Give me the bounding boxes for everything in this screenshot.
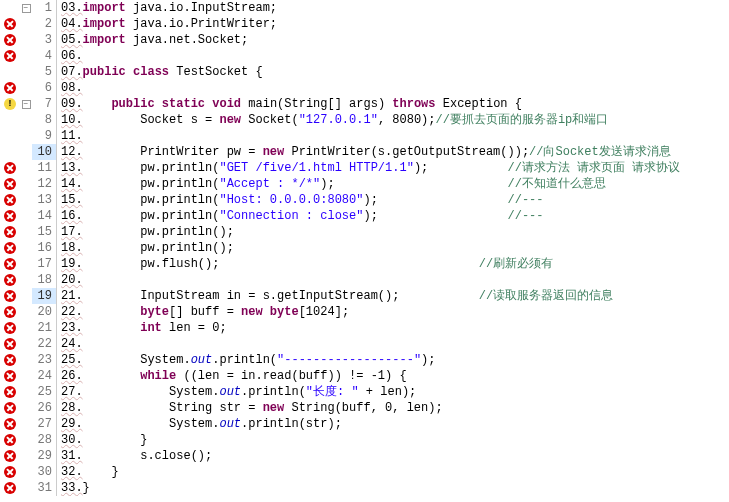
error-icon[interactable] <box>4 210 16 222</box>
code-line[interactable]: 06. <box>61 48 729 64</box>
code-line[interactable]: 21. InputStream in = s.getInputStream();… <box>61 288 729 304</box>
error-icon[interactable] <box>4 274 16 286</box>
line-number[interactable]: 18 <box>32 272 56 288</box>
line-number[interactable]: 26 <box>32 400 56 416</box>
error-icon[interactable] <box>4 466 16 478</box>
code-line[interactable]: 27. System.out.println("长度: " + len); <box>61 384 729 400</box>
error-icon[interactable] <box>4 482 16 494</box>
line-number[interactable]: 3 <box>32 32 56 48</box>
code-line[interactable]: 08. <box>61 80 729 96</box>
warning-icon[interactable]: ! <box>4 98 16 110</box>
code-line[interactable]: 23. int len = 0; <box>61 320 729 336</box>
code-line[interactable]: 11. <box>61 128 729 144</box>
error-icon[interactable] <box>4 338 16 350</box>
token-plain: + len); <box>359 385 417 399</box>
line-number[interactable]: 17 <box>32 256 56 272</box>
error-icon[interactable] <box>4 386 16 398</box>
code-line[interactable]: 13. pw.println("GET /five/1.html HTTP/1.… <box>61 160 729 176</box>
error-icon[interactable] <box>4 18 16 30</box>
line-number[interactable]: 25 <box>32 384 56 400</box>
marker-column <box>0 34 20 46</box>
error-icon[interactable] <box>4 162 16 174</box>
error-icon[interactable] <box>4 82 16 94</box>
error-icon[interactable] <box>4 290 16 302</box>
fold-toggle-icon[interactable]: − <box>22 100 31 109</box>
error-icon[interactable] <box>4 418 16 430</box>
error-icon[interactable] <box>4 50 16 62</box>
code-line[interactable]: 19. pw.flush(); //刷新必须有 <box>61 256 729 272</box>
code-area[interactable]: 03.import java.io.InputStream;04.import … <box>57 0 729 496</box>
code-line[interactable]: 25. System.out.println("----------------… <box>61 352 729 368</box>
line-number[interactable]: 7 <box>32 96 56 112</box>
line-number[interactable]: 9 <box>32 128 56 144</box>
code-line[interactable]: 03.import java.io.InputStream; <box>61 0 729 16</box>
error-icon[interactable] <box>4 370 16 382</box>
code-line[interactable]: 30. } <box>61 432 729 448</box>
line-number[interactable]: 14 <box>32 208 56 224</box>
line-number[interactable]: 8 <box>32 112 56 128</box>
code-line[interactable]: 09. public static void main(String[] arg… <box>61 96 729 112</box>
error-icon[interactable] <box>4 258 16 270</box>
code-line[interactable]: 33.} <box>61 480 729 496</box>
code-editor[interactable]: −123456!−7891011121314151617181920212223… <box>0 0 729 496</box>
line-number[interactable]: 29 <box>32 448 56 464</box>
line-number[interactable]: 30 <box>32 464 56 480</box>
line-number[interactable]: 2 <box>32 16 56 32</box>
line-number[interactable]: 24 <box>32 368 56 384</box>
line-number[interactable]: 27 <box>32 416 56 432</box>
error-icon[interactable] <box>4 178 16 190</box>
line-prefix: 33. <box>61 481 83 495</box>
error-icon[interactable] <box>4 34 16 46</box>
code-line[interactable]: 22. byte[] buff = new byte[1024]; <box>61 304 729 320</box>
code-line[interactable]: 24. <box>61 336 729 352</box>
line-number[interactable]: 28 <box>32 432 56 448</box>
code-line[interactable]: 17. pw.println(); <box>61 224 729 240</box>
code-line[interactable]: 31. s.close(); <box>61 448 729 464</box>
line-number[interactable]: 15 <box>32 224 56 240</box>
token-string: "Host: 0.0.0.0:8080" <box>219 193 363 207</box>
line-number[interactable]: 11 <box>32 160 56 176</box>
error-icon[interactable] <box>4 226 16 238</box>
token-plain <box>83 369 141 383</box>
code-line[interactable]: 16. pw.println("Connection : close"); //… <box>61 208 729 224</box>
line-number[interactable]: 1 <box>32 0 56 16</box>
code-line[interactable]: 18. pw.println(); <box>61 240 729 256</box>
error-icon[interactable] <box>4 242 16 254</box>
code-line[interactable]: 05.import java.net.Socket; <box>61 32 729 48</box>
line-number[interactable]: 10 <box>32 144 56 160</box>
code-line[interactable]: 04.import java.io.PrintWriter; <box>61 16 729 32</box>
error-icon[interactable] <box>4 322 16 334</box>
code-line[interactable]: 28. String str = new String(buff, 0, len… <box>61 400 729 416</box>
line-number[interactable]: 13 <box>32 192 56 208</box>
line-number[interactable]: 21 <box>32 320 56 336</box>
code-line[interactable]: 10. Socket s = new Socket("127.0.0.1", 8… <box>61 112 729 128</box>
line-prefix: 31. <box>61 449 83 463</box>
code-line[interactable]: 14. pw.println("Accept : */*"); //不知道什么意… <box>61 176 729 192</box>
code-line[interactable]: 32. } <box>61 464 729 480</box>
code-line[interactable]: 29. System.out.println(str); <box>61 416 729 432</box>
code-line[interactable]: 20. <box>61 272 729 288</box>
code-line[interactable]: 07.public class TestSocket { <box>61 64 729 80</box>
line-number[interactable]: 20 <box>32 304 56 320</box>
line-number[interactable]: 5 <box>32 64 56 80</box>
error-icon[interactable] <box>4 402 16 414</box>
line-prefix: 24. <box>61 337 83 351</box>
line-number[interactable]: 31 <box>32 480 56 496</box>
line-number[interactable]: 22 <box>32 336 56 352</box>
fold-toggle-icon[interactable]: − <box>22 4 31 13</box>
error-icon[interactable] <box>4 450 16 462</box>
line-number[interactable]: 4 <box>32 48 56 64</box>
error-icon[interactable] <box>4 194 16 206</box>
line-number[interactable]: 19 <box>32 288 56 304</box>
code-line[interactable]: 15. pw.println("Host: 0.0.0.0:8080"); //… <box>61 192 729 208</box>
error-icon[interactable] <box>4 306 16 318</box>
line-number[interactable]: 23 <box>32 352 56 368</box>
line-number[interactable]: 16 <box>32 240 56 256</box>
token-plain: main(String[] args) <box>241 97 392 111</box>
code-line[interactable]: 26. while ((len = in.read(buff)) != -1) … <box>61 368 729 384</box>
code-line[interactable]: 12. PrintWriter pw = new PrintWriter(s.g… <box>61 144 729 160</box>
line-number[interactable]: 6 <box>32 80 56 96</box>
error-icon[interactable] <box>4 434 16 446</box>
line-number[interactable]: 12 <box>32 176 56 192</box>
error-icon[interactable] <box>4 354 16 366</box>
